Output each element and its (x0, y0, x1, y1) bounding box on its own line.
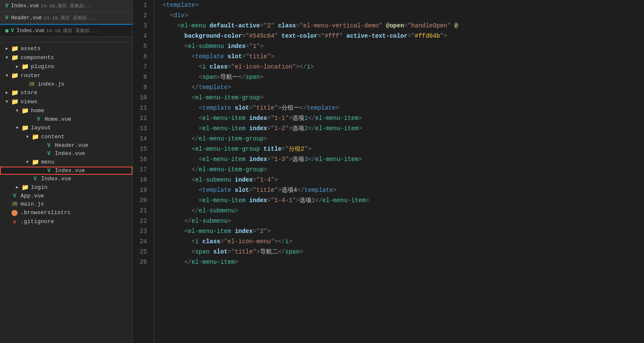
tree-item-main-js[interactable]: JS main.js (0, 200, 132, 208)
tab-label-3: Index.vue (17, 28, 45, 34)
vue-icon-3: V (11, 27, 14, 34)
line-number-25: 25 (140, 247, 147, 257)
code-line-10: <el-menu-item-group> (163, 92, 644, 103)
file-name-login: login (31, 184, 132, 191)
file-name-home-vue: Home.vue (45, 116, 132, 122)
tree-item-plugins[interactable]: 📁 plugins (0, 62, 132, 71)
tab-label-2: Header.vue (11, 15, 42, 21)
folder-icon-home: 📁 (21, 107, 29, 114)
line-number-13: 13 (140, 123, 147, 134)
folder-icon-layout: 📁 (21, 124, 29, 131)
file-name-router-index: index.js (38, 81, 132, 87)
tree-item-header-vue[interactable]: V Header.vue (0, 141, 132, 149)
js-icon-main: JS (10, 201, 19, 207)
code-line-3: <el-menu default-active="2" class="el-me… (163, 21, 644, 31)
tab-header-vue[interactable]: V Header.vue 14-19_项目 采购后... (0, 12, 132, 24)
tree-item-assets[interactable]: 📁 assets (0, 44, 132, 53)
code-area: 1234567891011121314151617181920212223242… (133, 0, 644, 343)
vue-icon-2: V (5, 15, 9, 21)
code-line-7: <i class="el-icon-location"></i> (163, 62, 644, 72)
sidebar: V Index.vue 14-19_项目 采购后... V Header.vue… (0, 0, 133, 343)
line-number-16: 16 (140, 154, 147, 164)
line-number-19: 19 (140, 185, 147, 195)
tab-index-vue-active[interactable]: V Index.vue 14-19_项目 采购后... (0, 24, 132, 37)
chevron-layout (14, 126, 21, 130)
code-line-24: <i class="el-icon-menu"></i> (163, 236, 644, 247)
tree-item-views[interactable]: 📁 views (0, 97, 132, 106)
chevron-login (14, 185, 21, 190)
line-numbers: 1234567891011121314151617181920212223242… (133, 0, 154, 343)
code-line-15: <el-menu-item-group title="分组2"> (163, 144, 644, 154)
tree-item-browserslistrc[interactable]: ⬤ .browserslistrc (0, 208, 132, 217)
folder-icon-menu: 📁 (31, 158, 39, 166)
git-icon-gitignore: ❖ (10, 218, 19, 225)
tree-item-menu-index-vue[interactable]: V Index.vue (0, 167, 132, 175)
tree-item-router-index-js[interactable]: JS index.js (0, 80, 132, 88)
file-name-browserslistrc: .browserslistrc (21, 209, 132, 216)
tab-meta-2: 14-19_项目 采购后... (44, 15, 96, 21)
line-number-15: 15 (140, 144, 147, 154)
tree-item-gitignore[interactable]: ❖ .gitignore (0, 217, 132, 226)
chevron-views (3, 100, 10, 104)
chevron-content (24, 135, 31, 139)
tree-item-login[interactable]: 📁 login (0, 183, 132, 192)
file-name-components: components (21, 54, 132, 61)
tab-bar: V Index.vue 14-19_项目 采购后... V Header.vue… (0, 0, 132, 37)
vue-icon-layout-index: V (31, 176, 39, 182)
tree-item-home-vue[interactable]: V Home.vue (0, 115, 132, 123)
tree-item-content-index-vue[interactable]: V Index.vue (0, 149, 132, 158)
tree-item-components[interactable]: 📁 components (0, 53, 132, 62)
file-name-assets: assets (21, 45, 132, 52)
tree-item-home[interactable]: 📁 home (0, 106, 132, 115)
project-label (0, 37, 132, 42)
file-name-home: home (31, 107, 132, 114)
chevron-home (14, 109, 21, 113)
tree-item-content[interactable]: 📁 content (0, 132, 132, 141)
vue-icon-menu-index: V (45, 168, 53, 174)
folder-icon-login: 📁 (21, 184, 29, 191)
code-line-26: </el-menu-item> (163, 257, 644, 267)
file-tree: 📁 assets 📁 components 📁 plugins 📁 router… (0, 42, 132, 343)
file-name-header-vue: Header.vue (55, 142, 132, 149)
vue-icon-app: V (10, 193, 19, 199)
code-line-14: </el-menu-item-group> (163, 134, 644, 144)
line-number-23: 23 (140, 226, 147, 236)
code-line-17: </el-menu-item-group> (163, 164, 644, 175)
folder-icon-plugins: 📁 (21, 63, 29, 70)
folder-icon-views: 📁 (10, 98, 19, 105)
code-line-2: <div> (163, 10, 644, 21)
dot-icon-browserslistrc: ⬤ (10, 209, 19, 216)
code-line-9: </template> (163, 82, 644, 92)
code-line-11: <template slot="title">分组一</template> (163, 103, 644, 113)
tree-item-router[interactable]: 📁 router (0, 71, 132, 80)
tree-item-store[interactable]: 📁 store (0, 88, 132, 97)
line-number-12: 12 (140, 113, 147, 123)
line-number-11: 11 (140, 103, 147, 113)
chevron-assets (3, 46, 10, 51)
code-line-21: </el-submenu> (163, 206, 644, 216)
code-line-1: <template> (163, 0, 644, 10)
folder-icon-router: 📁 (10, 72, 19, 79)
folder-icon-components: 📁 (10, 54, 19, 61)
vue-icon-header: V (45, 143, 53, 149)
code-lines[interactable]: <template> <div> <el-menu default-active… (154, 0, 644, 343)
tree-item-layout-index-vue[interactable]: V Index.vue (0, 175, 132, 183)
tab-index-vue-1[interactable]: V Index.vue 14-19_项目 采购后... (0, 0, 132, 12)
line-number-5: 5 (140, 41, 147, 51)
code-line-25: <span slot="title">导航二</span> (163, 247, 644, 257)
line-number-18: 18 (140, 175, 147, 185)
file-name-gitignore: .gitignore (21, 218, 132, 225)
file-name-store: store (21, 89, 132, 96)
code-line-12: <el-menu-item index="1-1">选项1</el-menu-i… (163, 113, 644, 123)
code-line-18: <el-submenu index="1-4"> (163, 175, 644, 185)
js-icon-router: JS (27, 81, 36, 87)
folder-icon-content: 📁 (31, 133, 39, 140)
line-number-2: 2 (140, 10, 147, 21)
file-name-menu-index-vue: Index.vue (55, 167, 132, 174)
tree-item-layout[interactable]: 📁 layout (0, 123, 132, 132)
line-number-4: 4 (140, 31, 147, 41)
tree-item-menu[interactable]: 📁 menu (0, 158, 132, 167)
code-editor: 1234567891011121314151617181920212223242… (133, 0, 644, 343)
tree-item-app-vue[interactable]: V App.vue (0, 192, 132, 200)
line-number-10: 10 (140, 92, 147, 103)
